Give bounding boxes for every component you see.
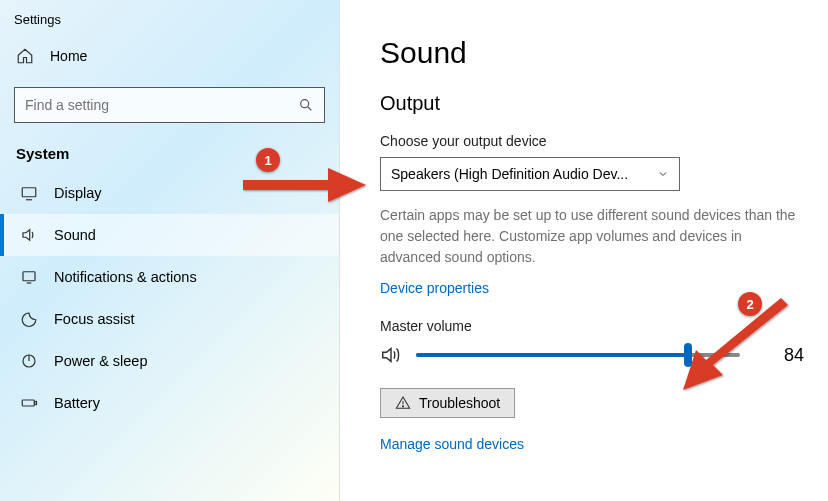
search-input[interactable] (25, 97, 298, 113)
sidebar-item-label: Focus assist (54, 311, 135, 327)
sidebar-item-label: Sound (54, 227, 96, 243)
power-icon (20, 352, 40, 370)
master-volume-label: Master volume (380, 318, 804, 334)
chevron-down-icon (657, 168, 669, 180)
svg-line-1 (308, 107, 311, 110)
main-content: Sound Output Choose your output device S… (340, 0, 828, 501)
volume-slider[interactable] (416, 353, 740, 357)
troubleshoot-button[interactable]: Troubleshoot (380, 388, 515, 418)
page-title: Sound (380, 36, 804, 70)
nav-home[interactable]: Home (0, 37, 339, 75)
nav-home-label: Home (50, 48, 87, 64)
warning-icon (395, 395, 411, 411)
sound-icon (20, 226, 40, 244)
display-icon (20, 184, 40, 202)
sidebar-item-label: Notifications & actions (54, 269, 197, 285)
notifications-icon (20, 268, 40, 286)
output-device-dropdown[interactable]: Speakers (High Definition Audio Dev... (380, 157, 680, 191)
speaker-icon (380, 344, 402, 366)
slider-thumb[interactable] (684, 343, 692, 367)
battery-icon (20, 394, 40, 412)
choose-output-label: Choose your output device (380, 133, 804, 149)
svg-point-0 (301, 100, 309, 108)
focus-icon (20, 310, 40, 328)
svg-rect-7 (22, 400, 34, 406)
sidebar-section-header: System (0, 139, 339, 172)
svg-rect-8 (35, 402, 37, 405)
annotation-badge-2: 2 (738, 292, 762, 316)
dropdown-value: Speakers (High Definition Audio Dev... (391, 166, 628, 182)
output-heading: Output (380, 92, 804, 115)
svg-rect-4 (23, 272, 35, 281)
volume-value: 84 (784, 345, 804, 366)
sidebar: Settings Home System Display Sound (0, 0, 340, 501)
svg-point-10 (402, 406, 403, 407)
sidebar-item-display[interactable]: Display (0, 172, 339, 214)
sidebar-item-sound[interactable]: Sound (0, 214, 339, 256)
output-help-text: Certain apps may be set up to use differ… (380, 205, 804, 268)
search-box[interactable] (14, 87, 325, 123)
sidebar-item-power[interactable]: Power & sleep (0, 340, 339, 382)
sidebar-item-battery[interactable]: Battery (0, 382, 339, 424)
sidebar-item-label: Power & sleep (54, 353, 148, 369)
sidebar-item-label: Display (54, 185, 102, 201)
sidebar-item-notifications[interactable]: Notifications & actions (0, 256, 339, 298)
svg-rect-2 (22, 188, 36, 197)
sidebar-item-label: Battery (54, 395, 100, 411)
settings-window: Settings Home System Display Sound (0, 0, 828, 501)
device-properties-link[interactable]: Device properties (380, 280, 489, 296)
sidebar-item-focus[interactable]: Focus assist (0, 298, 339, 340)
volume-row: 84 (380, 344, 804, 366)
slider-fill (416, 353, 688, 357)
manage-sound-devices-link[interactable]: Manage sound devices (380, 436, 524, 452)
troubleshoot-label: Troubleshoot (419, 395, 500, 411)
window-title: Settings (0, 10, 339, 37)
home-icon (16, 47, 36, 65)
search-icon (298, 97, 314, 113)
annotation-badge-1: 1 (256, 148, 280, 172)
